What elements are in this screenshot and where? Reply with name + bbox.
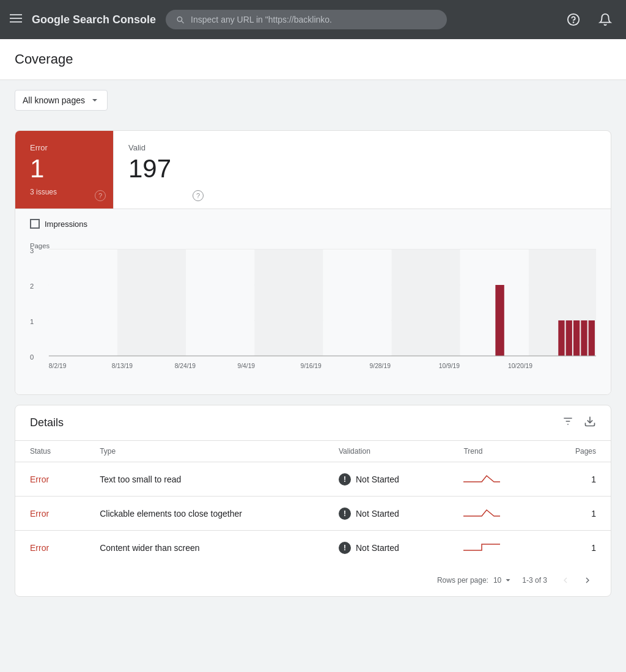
validation-cell: ! Not Started [324, 531, 449, 565]
svg-text:9/16/19: 9/16/19 [300, 363, 322, 369]
validation-cell: ! Not Started [324, 462, 449, 497]
svg-point-4 [573, 22, 574, 23]
status-cell[interactable]: Error [15, 497, 85, 531]
validation-cell: ! Not Started [324, 497, 449, 531]
svg-rect-15 [117, 249, 186, 356]
filter-button[interactable] [562, 415, 574, 430]
search-icon [175, 15, 185, 24]
details-table: Status Type Validation Trend Pages Error… [15, 440, 611, 564]
status-cell[interactable]: Error [15, 462, 85, 497]
validation-status-icon: ! [339, 542, 351, 554]
page-title: Coverage [15, 51, 611, 67]
svg-rect-1 [10, 18, 22, 19]
app-header: Google Search Console [0, 0, 626, 39]
help-icon[interactable] [562, 9, 584, 31]
trend-sparkline [463, 471, 500, 486]
svg-rect-16 [186, 249, 254, 356]
pagination-info: 1-3 of 3 [522, 576, 547, 585]
error-issues: 3 issues [30, 188, 98, 196]
table-footer: Rows per page: 10 1-3 of 3 [15, 564, 611, 596]
error-number: 1 [30, 155, 98, 183]
header-icons [562, 9, 616, 31]
menu-icon[interactable] [10, 12, 22, 28]
valid-help-icon[interactable]: ? [193, 190, 204, 201]
prev-page-button[interactable] [557, 572, 574, 589]
svg-text:1: 1 [30, 318, 34, 325]
svg-text:9/28/19: 9/28/19 [370, 363, 391, 369]
download-button[interactable] [584, 415, 596, 430]
notification-icon[interactable] [594, 9, 616, 31]
rows-per-page-select[interactable]: 10 [493, 576, 512, 585]
impressions-toggle[interactable]: Impressions [30, 219, 596, 229]
table-row: Error Content wider than screen ! Not St… [15, 531, 611, 565]
impressions-checkbox[interactable] [30, 219, 40, 229]
details-title: Details [30, 416, 64, 429]
error-stat-card[interactable]: Error 1 3 issues ? [15, 131, 113, 209]
col-type: Type [85, 441, 324, 462]
table-header-row: Status Type Validation Trend Pages [15, 441, 611, 462]
col-trend: Trend [449, 441, 540, 462]
pages-cell: 1 [541, 497, 611, 531]
url-search-input[interactable] [191, 15, 437, 24]
impressions-label: Impressions [45, 220, 87, 229]
chart-container: 3 2 1 0 Pages [30, 236, 596, 382]
trend-cell [449, 462, 540, 497]
type-cell: Clickable elements too close together [85, 497, 324, 531]
next-page-button[interactable] [579, 572, 596, 589]
col-pages: Pages [541, 441, 611, 462]
svg-text:0: 0 [30, 353, 34, 361]
validation-status-icon: ! [339, 473, 351, 486]
validation-status-icon: ! [339, 508, 351, 520]
trend-sparkline [463, 505, 500, 520]
details-card: Details Status Type Validation [15, 405, 611, 597]
svg-text:10/9/19: 10/9/19 [439, 363, 460, 369]
chart-area: Impressions 3 2 1 0 Pages [15, 209, 611, 394]
validation-status-text: Not Started [356, 543, 399, 553]
coverage-card: Error 1 3 issues ? Valid 197 ? Impressio… [15, 130, 611, 395]
details-header: Details [15, 405, 611, 440]
filter-dropdown-label: All known pages [23, 95, 85, 105]
valid-label: Valid [128, 143, 196, 152]
main-content: Error 1 3 issues ? Valid 197 ? Impressio… [0, 120, 626, 607]
details-actions [562, 415, 596, 430]
table-row: Error Text too small to read ! Not Start… [15, 462, 611, 497]
pages-cell: 1 [541, 462, 611, 497]
chevron-down-icon [90, 95, 100, 105]
trend-cell [449, 531, 540, 565]
svg-rect-0 [10, 14, 22, 15]
svg-rect-2 [10, 21, 22, 23]
rows-per-page-value: 10 [493, 576, 501, 585]
rows-dropdown-icon [504, 576, 512, 585]
valid-stat-card[interactable]: Valid 197 ? [113, 131, 211, 209]
col-validation[interactable]: Validation [324, 441, 449, 462]
validation-sort[interactable]: Validation [339, 447, 434, 456]
svg-text:10/20/19: 10/20/19 [508, 363, 532, 369]
error-label: Error [30, 143, 98, 152]
filter-bar: All known pages [0, 80, 626, 120]
app-logo: Google Search Console [32, 13, 156, 26]
rows-per-page: Rows per page: 10 [437, 576, 512, 585]
svg-rect-22 [495, 285, 504, 356]
svg-text:9/4/19: 9/4/19 [238, 363, 256, 369]
error-help-icon[interactable]: ? [95, 190, 106, 201]
svg-rect-18 [323, 249, 391, 356]
coverage-chart: 3 2 1 0 Pages [30, 241, 596, 375]
filter-dropdown[interactable]: All known pages [15, 90, 108, 111]
url-search-bar[interactable] [166, 10, 447, 29]
svg-rect-23 [558, 320, 564, 356]
status-cell[interactable]: Error [15, 531, 85, 565]
valid-number: 197 [128, 155, 196, 183]
page-title-bar: Coverage [0, 39, 626, 80]
svg-text:8/2/19: 8/2/19 [49, 363, 67, 369]
svg-text:2: 2 [30, 282, 34, 290]
validation-status-text: Not Started [356, 509, 399, 519]
type-cell: Text too small to read [85, 462, 324, 497]
svg-rect-17 [254, 249, 323, 356]
svg-rect-25 [573, 320, 580, 356]
stats-row: Error 1 3 issues ? Valid 197 ? [15, 131, 611, 209]
svg-rect-26 [581, 320, 587, 356]
svg-text:Pages: Pages [30, 242, 50, 249]
svg-rect-24 [566, 320, 572, 356]
svg-rect-27 [589, 320, 595, 356]
type-cell: Content wider than screen [85, 531, 324, 565]
